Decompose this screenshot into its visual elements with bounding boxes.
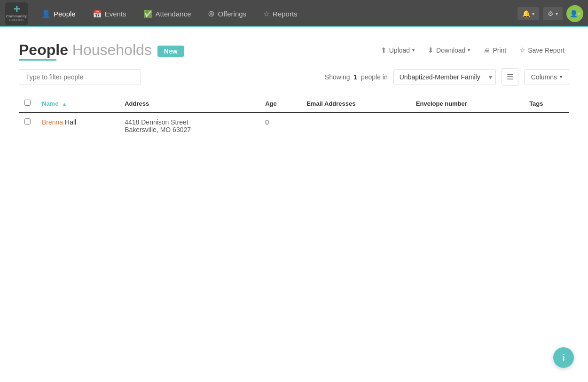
- menu-button[interactable]: ☰: [502, 68, 518, 86]
- notifications-button[interactable]: 🔔 ▾: [517, 7, 539, 20]
- tags-col-label: Tags: [529, 100, 543, 107]
- upload-label: Upload: [389, 47, 410, 54]
- page-title-households: Households: [72, 41, 152, 58]
- row-select-checkbox[interactable]: [24, 118, 31, 125]
- nav-label-offerings: Offerings: [218, 10, 246, 18]
- check-icon: ✅: [143, 9, 153, 18]
- avatar-image: 👤: [570, 10, 578, 17]
- new-button[interactable]: New: [157, 46, 184, 57]
- download-icon: ⬇: [428, 46, 434, 55]
- person-tags-cell: [524, 112, 569, 139]
- print-label: Print: [493, 47, 506, 54]
- person-icon: 👤: [41, 9, 51, 18]
- nav-label-events: Events: [105, 10, 126, 18]
- person-age-cell: 0: [259, 112, 301, 139]
- col-header-tags[interactable]: Tags: [524, 95, 569, 112]
- group-select[interactable]: Unbaptized-Member Family All People Memb…: [393, 69, 496, 85]
- page-header: People Households New ⬆ Upload ▾ ⬇ Downl…: [19, 41, 569, 59]
- offerings-icon: ⊛: [208, 8, 215, 19]
- page-title: People Households: [19, 41, 152, 59]
- nav-item-reports[interactable]: ☆ Reports: [255, 0, 306, 27]
- header-actions: ⬆ Upload ▾ ⬇ Download ▾ 🖨 Print ☆ Save R…: [376, 43, 569, 57]
- print-button[interactable]: 🖨 Print: [478, 43, 511, 57]
- logo[interactable]: ✛ Community CHURCH: [5, 2, 28, 25]
- nav-label-people: People: [54, 10, 76, 18]
- navbar: ✛ Community CHURCH 👤 People 📅 Events ✅ A…: [0, 0, 588, 27]
- save-report-button[interactable]: ☆ Save Report: [515, 43, 569, 57]
- columns-label: Columns: [531, 73, 557, 81]
- nav-item-offerings[interactable]: ⊛ Offerings: [199, 0, 255, 27]
- nav-items: 👤 People 📅 Events ✅ Attendance ⊛ Offerin…: [33, 0, 517, 27]
- avatar[interactable]: 👤 ▾: [566, 5, 583, 22]
- nav-right: 🔔 ▾ ⚙ ▾ 👤 ▾: [517, 5, 583, 22]
- showing-text: Showing 1 people in: [325, 73, 388, 81]
- calendar-icon: 📅: [93, 9, 102, 18]
- bell-chevron: ▾: [532, 11, 534, 16]
- name-col-label: Name: [42, 100, 58, 107]
- address-col-label: Address: [125, 100, 149, 107]
- download-chevron: ▾: [468, 47, 470, 53]
- columns-button[interactable]: Columns ▾: [524, 69, 569, 85]
- person-first-name: Brenna: [42, 118, 63, 126]
- upload-button[interactable]: ⬆ Upload ▾: [376, 43, 419, 57]
- people-table: Name ▲ Address Age Email Addresses Envel…: [19, 95, 569, 139]
- bell-icon: 🔔: [522, 10, 530, 17]
- filter-row: Showing 1 people in Unbaptized-Member Fa…: [19, 68, 569, 86]
- info-button[interactable]: i: [553, 347, 574, 368]
- person-envelope-cell: [410, 112, 524, 139]
- star-icon: ☆: [263, 9, 270, 18]
- page-title-people: People: [19, 41, 68, 58]
- envelope-col-label: Envelope number: [416, 100, 467, 107]
- person-name-link[interactable]: Brenna Hall: [42, 118, 76, 126]
- upload-chevron: ▾: [412, 47, 415, 53]
- save-report-label: Save Report: [528, 47, 564, 54]
- email-col-label: Email Addresses: [306, 100, 355, 107]
- table-header: Name ▲ Address Age Email Addresses Envel…: [19, 95, 569, 112]
- showing-count: 1: [353, 73, 357, 81]
- nav-item-events[interactable]: 📅 Events: [84, 0, 135, 27]
- download-label: Download: [436, 47, 465, 54]
- person-email-cell: [301, 112, 410, 139]
- nav-item-people[interactable]: 👤 People: [33, 0, 84, 27]
- nav-label-reports: Reports: [273, 10, 298, 18]
- header-checkbox-cell: [19, 95, 36, 112]
- page-title-area: People Households New: [19, 41, 184, 59]
- menu-icon: ☰: [507, 73, 513, 81]
- upload-icon: ⬆: [381, 46, 387, 55]
- avatar-chevron: ▾: [578, 11, 580, 16]
- nav-label-attendance: Attendance: [156, 10, 191, 18]
- showing-prefix: Showing: [325, 73, 350, 81]
- gear-icon: ⚙: [548, 10, 554, 17]
- address-line1: 4418 Dennison Street: [125, 118, 254, 126]
- table-row: Brenna Hall 4418 Dennison Street Bakersv…: [19, 112, 569, 139]
- sort-arrow-icon: ▲: [62, 101, 67, 107]
- col-header-age[interactable]: Age: [259, 95, 301, 112]
- person-name-cell: Brenna Hall: [36, 112, 119, 139]
- col-header-envelope[interactable]: Envelope number: [410, 95, 524, 112]
- table-body: Brenna Hall 4418 Dennison Street Bakersv…: [19, 112, 569, 139]
- print-icon: 🖨: [483, 46, 490, 54]
- age-col-label: Age: [265, 100, 277, 107]
- search-input[interactable]: [19, 69, 141, 85]
- group-select-wrapper: Unbaptized-Member Family All People Memb…: [393, 69, 496, 85]
- nav-item-attendance[interactable]: ✅ Attendance: [135, 0, 200, 27]
- settings-chevron: ▾: [556, 11, 558, 16]
- main-content: People Households New ⬆ Upload ▾ ⬇ Downl…: [0, 27, 588, 382]
- person-address-cell: 4418 Dennison Street Bakersville, MO 630…: [119, 112, 259, 139]
- col-header-name[interactable]: Name ▲: [36, 95, 119, 112]
- showing-suffix: people in: [361, 73, 388, 81]
- select-all-checkbox[interactable]: [24, 100, 31, 106]
- row-checkbox-cell: [19, 112, 36, 139]
- bookmark-icon: ☆: [519, 46, 525, 55]
- col-header-address[interactable]: Address: [119, 95, 259, 112]
- address-line2: Bakersville, MO 63027: [125, 126, 254, 133]
- columns-chevron: ▾: [560, 74, 562, 79]
- col-header-email[interactable]: Email Addresses: [301, 95, 410, 112]
- download-button[interactable]: ⬇ Download ▾: [423, 43, 475, 57]
- settings-button[interactable]: ⚙ ▾: [543, 7, 563, 20]
- person-last-name: Hall: [65, 118, 76, 126]
